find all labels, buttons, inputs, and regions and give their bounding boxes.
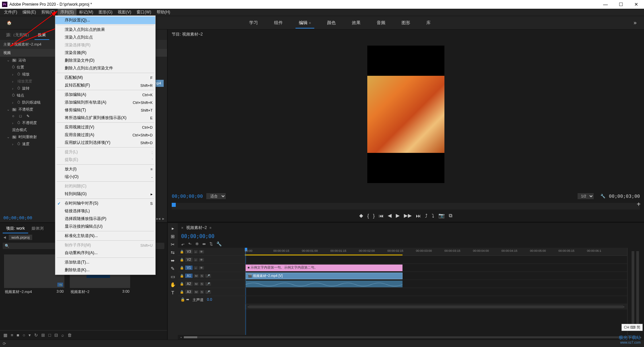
- menu-item-转到间隔[interactable]: 转到间隔(G)▸: [55, 190, 155, 198]
- workspace-tab-颜色[interactable]: 颜色: [324, 18, 339, 28]
- track-v3-lane[interactable]: [245, 256, 627, 264]
- track-a3-lane[interactable]: [245, 296, 627, 304]
- workspace-tab-编辑[interactable]: 编辑≡: [296, 18, 314, 28]
- menu-item-缩小[interactable]: 缩小(O)-: [55, 173, 155, 181]
- transport-btn-9[interactable]: ⤵: [432, 213, 434, 219]
- tool-2[interactable]: ✂: [171, 242, 175, 247]
- menu-剪辑[interactable]: 剪辑(C): [39, 9, 58, 16]
- effect-goto-out[interactable]: ▸: [162, 216, 164, 221]
- menu-item-反转匹配帧[interactable]: 反转匹配帧(F)Shift+R: [55, 81, 155, 89]
- tool-6[interactable]: ▭: [171, 274, 175, 279]
- menu-item-修剪编辑[interactable]: 修剪编辑(T)Shift+T: [55, 106, 155, 114]
- menu-item-选择跟随播放指示器[interactable]: 选择跟随播放指示器(P): [55, 215, 155, 223]
- menu-文件[interactable]: 文件(F): [1, 9, 20, 16]
- menu-item-添加编辑到所有轨道[interactable]: 添加编辑到所有轨道(A)Ctrl+Shift+K: [55, 99, 155, 106]
- tab-project[interactable]: 项目: work: [3, 224, 28, 233]
- workspace-overflow[interactable]: »: [630, 20, 640, 26]
- workspace-tab-图形[interactable]: 图形: [398, 18, 414, 28]
- tool-7[interactable]: ✋: [170, 282, 176, 287]
- transport-btn-4[interactable]: ◀: [388, 213, 392, 219]
- program-timecode-left[interactable]: 00;00;00;00: [172, 193, 203, 199]
- close-button[interactable]: ✕: [629, 0, 644, 9]
- transport-btn-2[interactable]: }: [373, 213, 375, 219]
- menu-item-应用默认过渡到选择项[interactable]: 应用默认过渡到选择项(Y)Shift+D: [55, 139, 155, 147]
- project-back[interactable]: ◄: [3, 235, 7, 240]
- effect-goto-in[interactable]: ▸◂: [156, 216, 160, 221]
- workspace-tab-学习[interactable]: 学习: [246, 18, 261, 28]
- home-button[interactable]: 🏠: [4, 19, 14, 27]
- menu-item-应用音频过渡[interactable]: 应用音频过渡(A)Ctrl+Shift+D: [55, 131, 155, 139]
- timeline-zoom[interactable]: ◦◦: [178, 335, 644, 340]
- tool-8[interactable]: T: [171, 290, 174, 295]
- menu-item-添加编辑[interactable]: 添加编辑(A)Ctrl+K: [55, 91, 155, 99]
- clip-v1-video[interactable]: 🎬 视频素材~2.mp4 [V]: [246, 273, 402, 279]
- project-icon-7[interactable]: □: [48, 333, 51, 338]
- program-add-button[interactable]: +: [637, 200, 641, 208]
- menu-视图[interactable]: 视图(V): [115, 9, 134, 16]
- tl-tool-0[interactable]: ⬐: [181, 241, 185, 246]
- tool-1[interactable]: ⊞: [171, 234, 175, 239]
- transport-btn-10[interactable]: 📷: [438, 213, 445, 219]
- menu-item-添加轨道[interactable]: 添加轨道(T)...: [55, 258, 155, 266]
- track-header-a3[interactable]: 🔒A3MS🎤: [178, 288, 245, 296]
- project-icon-4[interactable]: ▾: [29, 333, 31, 338]
- project-icon-2[interactable]: ■: [17, 333, 19, 338]
- wrench-icon[interactable]: 🔧: [600, 194, 605, 198]
- menu-item-删除渲染文件[interactable]: 删除渲染文件(D): [55, 57, 155, 64]
- tool-5[interactable]: ✎: [171, 266, 175, 271]
- project-icon-1[interactable]: ≡: [11, 333, 13, 338]
- menu-item-匹配帧[interactable]: 匹配帧(M)F: [55, 74, 155, 81]
- menu-item-链接选择项[interactable]: 链接选择项(L): [55, 207, 155, 215]
- tab-effect-controls[interactable]: 效果: [35, 31, 49, 40]
- menu-item-标准化主轨道[interactable]: 标准化主轨道(N)...: [55, 232, 155, 240]
- tl-tool-4[interactable]: ⇅: [209, 241, 213, 246]
- minimize-button[interactable]: —: [598, 0, 613, 9]
- menu-item-渲染音频[interactable]: 渲染音频(R): [55, 49, 155, 57]
- menu-item-序列设置[interactable]: 序列设置(Q)...: [55, 16, 155, 24]
- playhead-icon[interactable]: [172, 203, 176, 207]
- tool-0[interactable]: ▸: [172, 226, 174, 231]
- menu-item-应用视频过渡[interactable]: 应用视频过渡(V)Ctrl+D: [55, 123, 155, 131]
- project-icon-5[interactable]: ↻: [34, 333, 38, 338]
- transport-btn-1[interactable]: {: [367, 213, 369, 219]
- program-scrubber[interactable]: [172, 203, 640, 210]
- track-header-a2[interactable]: 🔒A2MS🎤: [178, 280, 245, 288]
- menu-item-删除轨道[interactable]: 删除轨道(K)...: [55, 266, 155, 274]
- transport-btn-11[interactable]: ⧉: [449, 213, 452, 219]
- tl-tool-2[interactable]: ❄: [195, 241, 199, 246]
- track-v2-lane[interactable]: ■ 示例文字内容第一句。示例文字内容第二句。: [245, 264, 627, 272]
- menu-序列[interactable]: 序列(S): [58, 9, 76, 16]
- track-header-v1[interactable]: 🔒V1⌕👁: [178, 264, 245, 272]
- transport-btn-0[interactable]: ◆: [359, 213, 363, 219]
- menu-item-放大[interactable]: 放大(I)=: [55, 165, 155, 173]
- workspace-tab-音频[interactable]: 音频: [373, 18, 389, 28]
- menu-item-自动重构序列[interactable]: 自动重构序列(A)...: [55, 249, 155, 257]
- timeline-ruler[interactable]: 00:0000:00:00:1500:00:01:0000:00:01:1500…: [245, 248, 627, 256]
- track-v1-lane[interactable]: 🎬 视频素材~2.mp4 [V]: [245, 272, 627, 280]
- tl-tool-1[interactable]: ⬑: [188, 241, 192, 246]
- tool-4[interactable]: ⬌: [171, 258, 175, 263]
- workspace-tab-效果[interactable]: 效果: [348, 18, 364, 28]
- workspace-tab-库[interactable]: 库: [423, 18, 434, 28]
- project-icon-10[interactable]: 🗑: [67, 333, 72, 338]
- workspace-tab-组件[interactable]: 组件: [271, 18, 286, 28]
- transport-btn-8[interactable]: ⤴: [425, 213, 428, 219]
- clip-a1-audio[interactable]: [246, 281, 402, 287]
- effect-timecode[interactable]: 00;00;00;00: [3, 215, 32, 220]
- project-icon-3[interactable]: ○: [22, 333, 25, 338]
- timeline-hscroll[interactable]: ◦◦: [245, 304, 627, 309]
- transport-btn-5[interactable]: ▶: [396, 213, 400, 219]
- menu-item-将所选编辑点扩展到播放指示器[interactable]: 将所选编辑点扩展到播放指示器(X)E: [55, 114, 155, 122]
- tab-media-browser[interactable]: 媒体浏: [28, 224, 47, 233]
- ime-indicator[interactable]: CH ⌨ 简: [622, 324, 643, 331]
- project-icon-6[interactable]: ⊞: [41, 333, 45, 338]
- track-header-v2[interactable]: 🔒V2⌕👁: [178, 256, 245, 264]
- track-a1-lane[interactable]: [245, 280, 627, 288]
- menu-item-删除入点到出点的渲染文件[interactable]: 删除入点到出点的渲染文件: [55, 64, 155, 72]
- maximize-button[interactable]: ☐: [613, 0, 629, 9]
- menu-item-显示连接的编辑点[interactable]: 显示连接的编辑点(U): [55, 223, 155, 230]
- track-header-a1[interactable]: 🔒A1MS🎤: [178, 272, 245, 280]
- timeline-timecode[interactable]: 00;00;00;00: [178, 233, 644, 240]
- menu-图形[interactable]: 图形(G): [96, 9, 115, 16]
- program-fit-select[interactable]: 适合: [206, 193, 226, 199]
